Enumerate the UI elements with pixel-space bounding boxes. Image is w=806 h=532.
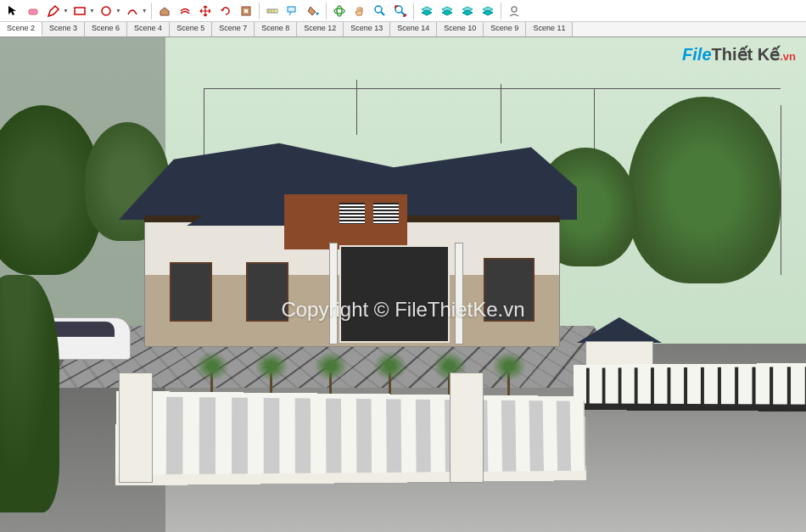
- scene-tab[interactable]: Scene 9: [484, 22, 526, 36]
- separator: [259, 3, 260, 20]
- entrance-door: [339, 245, 450, 343]
- tape-measure-tool[interactable]: [263, 2, 282, 20]
- scene-tab[interactable]: Scene 14: [390, 22, 437, 36]
- svg-rect-9: [288, 7, 295, 12]
- layer-tool-1[interactable]: [417, 2, 436, 20]
- fence-right: [568, 326, 806, 411]
- paint-bucket-tool[interactable]: [304, 2, 322, 20]
- layer-tool-4[interactable]: [479, 2, 497, 20]
- separator: [326, 3, 327, 20]
- rectangle-tool[interactable]: [70, 2, 89, 20]
- fence-pillar: [119, 372, 153, 483]
- brand-text: .vn: [780, 50, 796, 63]
- select-tool[interactable]: [3, 2, 22, 20]
- pan-tool[interactable]: [350, 2, 369, 20]
- eraser-tool[interactable]: [24, 2, 42, 20]
- tree: [0, 275, 59, 512]
- offset-tool[interactable]: [176, 2, 194, 20]
- tree: [628, 97, 781, 283]
- move-tool[interactable]: [196, 2, 215, 20]
- column: [455, 243, 463, 344]
- rotate-tool[interactable]: [216, 2, 235, 20]
- orbit-tool[interactable]: [330, 2, 349, 20]
- zoom-extents-tool[interactable]: [391, 2, 410, 20]
- svg-point-13: [375, 6, 382, 13]
- dropdown-icon[interactable]: ▼: [115, 8, 121, 14]
- scene-tab[interactable]: Scene 10: [437, 22, 484, 36]
- scene-tab[interactable]: Scene 4: [127, 22, 170, 36]
- pencil-tool[interactable]: [44, 2, 63, 20]
- svg-line-14: [381, 12, 384, 15]
- scale-tool[interactable]: [237, 2, 255, 20]
- house-model: [119, 139, 577, 377]
- scene-tabs: Scene 2 Scene 3 Scene 6 Scene 4 Scene 5 …: [0, 22, 806, 37]
- svg-rect-0: [29, 9, 37, 14]
- scene-tab[interactable]: Scene 2: [0, 22, 42, 36]
- svg-rect-1: [75, 8, 85, 14]
- layer-tool-3[interactable]: [458, 2, 477, 20]
- scene-tab[interactable]: Scene 5: [170, 22, 212, 36]
- separator: [413, 3, 414, 20]
- separator: [151, 3, 152, 20]
- svg-point-12: [337, 6, 342, 16]
- scene-tab[interactable]: Scene 13: [344, 22, 390, 36]
- window: [170, 262, 212, 322]
- vent: [373, 203, 399, 224]
- scene-tab[interactable]: Scene 6: [85, 22, 127, 36]
- dropdown-icon[interactable]: ▼: [142, 8, 148, 14]
- svg-point-17: [512, 7, 517, 12]
- svg-point-15: [395, 6, 402, 13]
- vent: [339, 203, 365, 224]
- fence-panel: [574, 363, 806, 412]
- scene-tab[interactable]: Scene 3: [42, 22, 85, 36]
- fence-front: [127, 372, 602, 483]
- zoom-tool[interactable]: [371, 2, 389, 20]
- svg-point-11: [334, 8, 344, 14]
- fence-pillar: [450, 372, 484, 483]
- 3d-viewport[interactable]: FileThiết Kế.vn Copyright © FileThietKe.…: [0, 37, 806, 532]
- circle-tool[interactable]: [97, 2, 115, 20]
- watermark-logo: FileThiết Kế.vn: [682, 44, 796, 64]
- main-toolbar: ▼ ▼ ▼ ▼: [0, 0, 806, 22]
- svg-line-16: [401, 12, 405, 15]
- dropdown-icon[interactable]: ▼: [89, 8, 95, 14]
- push-pull-tool[interactable]: [155, 2, 174, 20]
- profile-tool[interactable]: [505, 2, 523, 20]
- svg-point-10: [316, 12, 318, 14]
- svg-rect-4: [244, 9, 248, 13]
- layer-tool-2[interactable]: [438, 2, 456, 20]
- text-tool[interactable]: [283, 2, 302, 20]
- brand-text: File: [682, 45, 711, 64]
- separator: [501, 3, 501, 20]
- fence-panel: [115, 391, 586, 486]
- svg-point-2: [102, 7, 110, 15]
- arc-tool[interactable]: [123, 2, 142, 20]
- column: [329, 243, 338, 344]
- scene-tab[interactable]: Scene 7: [212, 22, 255, 36]
- scene-tab[interactable]: Scene 11: [526, 22, 573, 36]
- scene-tab[interactable]: Scene 12: [297, 22, 344, 36]
- copyright-watermark: Copyright © FileThietKe.vn: [281, 298, 524, 322]
- dropdown-icon[interactable]: ▼: [63, 8, 69, 14]
- scene-tab[interactable]: Scene 8: [255, 22, 297, 36]
- brand-text: Thiết Kế: [712, 45, 781, 64]
